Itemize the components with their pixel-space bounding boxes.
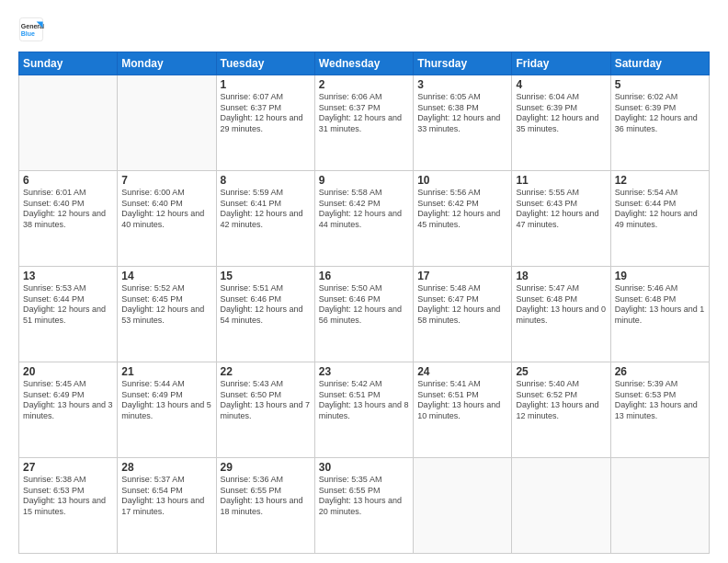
day-info: Sunrise: 5:46 AM Sunset: 6:48 PM Dayligh… bbox=[615, 283, 705, 327]
calendar-cell: 21Sunrise: 5:44 AM Sunset: 6:49 PM Dayli… bbox=[118, 362, 216, 458]
calendar-week-2: 6Sunrise: 6:01 AM Sunset: 6:40 PM Daylig… bbox=[19, 171, 710, 267]
calendar-cell: 12Sunrise: 5:54 AM Sunset: 6:44 PM Dayli… bbox=[610, 171, 709, 267]
calendar-cell bbox=[19, 75, 118, 171]
calendar-cell: 16Sunrise: 5:50 AM Sunset: 6:46 PM Dayli… bbox=[314, 267, 413, 362]
calendar-cell bbox=[118, 75, 216, 171]
calendar-cell: 15Sunrise: 5:51 AM Sunset: 6:46 PM Dayli… bbox=[216, 267, 314, 362]
logo-icon: General Blue bbox=[18, 17, 44, 42]
calendar-cell: 8Sunrise: 5:59 AM Sunset: 6:41 PM Daylig… bbox=[216, 171, 314, 267]
day-info: Sunrise: 5:47 AM Sunset: 6:48 PM Dayligh… bbox=[516, 283, 606, 327]
calendar-cell: 4Sunrise: 6:04 AM Sunset: 6:39 PM Daylig… bbox=[512, 75, 610, 171]
calendar-header-row: SundayMondayTuesdayWednesdayThursdayFrid… bbox=[19, 52, 710, 75]
calendar-cell: 20Sunrise: 5:45 AM Sunset: 6:49 PM Dayli… bbox=[19, 362, 118, 458]
day-header-tuesday: Tuesday bbox=[216, 52, 314, 75]
calendar-cell bbox=[610, 458, 709, 554]
calendar-cell: 30Sunrise: 5:35 AM Sunset: 6:55 PM Dayli… bbox=[314, 458, 413, 554]
calendar-cell: 14Sunrise: 5:52 AM Sunset: 6:45 PM Dayli… bbox=[118, 267, 216, 362]
day-info: Sunrise: 5:35 AM Sunset: 6:55 PM Dayligh… bbox=[319, 475, 409, 518]
day-number: 12 bbox=[615, 174, 705, 187]
calendar-cell: 24Sunrise: 5:41 AM Sunset: 6:51 PM Dayli… bbox=[414, 362, 512, 458]
calendar-table: SundayMondayTuesdayWednesdayThursdayFrid… bbox=[18, 52, 710, 554]
day-info: Sunrise: 5:55 AM Sunset: 6:43 PM Dayligh… bbox=[516, 188, 606, 231]
calendar-week-5: 27Sunrise: 5:38 AM Sunset: 6:53 PM Dayli… bbox=[19, 458, 710, 554]
calendar-cell: 17Sunrise: 5:48 AM Sunset: 6:47 PM Dayli… bbox=[414, 267, 512, 362]
calendar-cell bbox=[512, 458, 610, 554]
calendar-cell: 11Sunrise: 5:55 AM Sunset: 6:43 PM Dayli… bbox=[512, 171, 610, 267]
day-number: 25 bbox=[516, 365, 606, 378]
day-info: Sunrise: 5:58 AM Sunset: 6:42 PM Dayligh… bbox=[319, 188, 409, 231]
day-info: Sunrise: 6:05 AM Sunset: 6:38 PM Dayligh… bbox=[417, 92, 507, 135]
day-number: 13 bbox=[23, 270, 113, 282]
svg-text:Blue: Blue bbox=[21, 30, 35, 37]
calendar-week-4: 20Sunrise: 5:45 AM Sunset: 6:49 PM Dayli… bbox=[19, 362, 710, 458]
svg-rect-0 bbox=[19, 17, 42, 40]
calendar-cell bbox=[414, 458, 512, 554]
calendar-cell: 23Sunrise: 5:42 AM Sunset: 6:51 PM Dayli… bbox=[314, 362, 413, 458]
day-info: Sunrise: 5:41 AM Sunset: 6:51 PM Dayligh… bbox=[417, 379, 507, 422]
day-number: 18 bbox=[516, 270, 606, 282]
calendar-cell: 2Sunrise: 6:06 AM Sunset: 6:37 PM Daylig… bbox=[314, 75, 413, 171]
day-info: Sunrise: 5:54 AM Sunset: 6:44 PM Dayligh… bbox=[615, 188, 705, 231]
day-info: Sunrise: 5:59 AM Sunset: 6:41 PM Dayligh… bbox=[221, 188, 311, 231]
day-info: Sunrise: 5:37 AM Sunset: 6:54 PM Dayligh… bbox=[121, 475, 211, 518]
calendar-week-3: 13Sunrise: 5:53 AM Sunset: 6:44 PM Dayli… bbox=[19, 267, 710, 362]
day-number: 2 bbox=[319, 78, 409, 91]
day-info: Sunrise: 5:36 AM Sunset: 6:55 PM Dayligh… bbox=[221, 475, 311, 518]
day-number: 6 bbox=[23, 174, 113, 187]
day-info: Sunrise: 5:56 AM Sunset: 6:42 PM Dayligh… bbox=[417, 188, 507, 231]
day-header-friday: Friday bbox=[512, 52, 610, 75]
day-number: 9 bbox=[319, 174, 409, 187]
day-info: Sunrise: 5:38 AM Sunset: 6:53 PM Dayligh… bbox=[23, 475, 113, 518]
day-number: 28 bbox=[121, 461, 211, 474]
day-number: 16 bbox=[319, 270, 409, 282]
day-info: Sunrise: 5:42 AM Sunset: 6:51 PM Dayligh… bbox=[319, 379, 409, 422]
calendar-cell: 26Sunrise: 5:39 AM Sunset: 6:53 PM Dayli… bbox=[610, 362, 709, 458]
calendar-cell: 19Sunrise: 5:46 AM Sunset: 6:48 PM Dayli… bbox=[610, 267, 709, 362]
header: General Blue bbox=[18, 17, 710, 42]
day-number: 30 bbox=[319, 461, 409, 474]
calendar-cell: 29Sunrise: 5:36 AM Sunset: 6:55 PM Dayli… bbox=[216, 458, 314, 554]
logo: General Blue bbox=[18, 17, 44, 42]
calendar-cell: 27Sunrise: 5:38 AM Sunset: 6:53 PM Dayli… bbox=[19, 458, 118, 554]
day-number: 20 bbox=[23, 365, 113, 378]
day-info: Sunrise: 5:52 AM Sunset: 6:45 PM Dayligh… bbox=[121, 283, 211, 327]
calendar-cell: 13Sunrise: 5:53 AM Sunset: 6:44 PM Dayli… bbox=[19, 267, 118, 362]
day-number: 10 bbox=[417, 174, 507, 187]
day-number: 7 bbox=[121, 174, 211, 187]
day-header-thursday: Thursday bbox=[414, 52, 512, 75]
day-info: Sunrise: 6:01 AM Sunset: 6:40 PM Dayligh… bbox=[23, 188, 113, 231]
day-number: 29 bbox=[221, 461, 311, 474]
day-header-saturday: Saturday bbox=[610, 52, 709, 75]
day-info: Sunrise: 5:43 AM Sunset: 6:50 PM Dayligh… bbox=[221, 379, 311, 422]
day-number: 15 bbox=[221, 270, 311, 282]
day-info: Sunrise: 5:53 AM Sunset: 6:44 PM Dayligh… bbox=[23, 283, 113, 327]
page: General Blue SundayMondayTuesdayWednesda… bbox=[0, 0, 728, 563]
day-info: Sunrise: 5:51 AM Sunset: 6:46 PM Dayligh… bbox=[221, 283, 311, 327]
calendar-cell: 10Sunrise: 5:56 AM Sunset: 6:42 PM Dayli… bbox=[414, 171, 512, 267]
day-info: Sunrise: 6:00 AM Sunset: 6:40 PM Dayligh… bbox=[121, 188, 211, 231]
calendar-cell: 3Sunrise: 6:05 AM Sunset: 6:38 PM Daylig… bbox=[414, 75, 512, 171]
day-number: 4 bbox=[516, 78, 606, 91]
calendar-cell: 9Sunrise: 5:58 AM Sunset: 6:42 PM Daylig… bbox=[314, 171, 413, 267]
day-number: 19 bbox=[615, 270, 705, 282]
day-number: 23 bbox=[319, 365, 409, 378]
day-number: 11 bbox=[516, 174, 606, 187]
day-info: Sunrise: 5:48 AM Sunset: 6:47 PM Dayligh… bbox=[417, 283, 507, 327]
calendar-cell: 18Sunrise: 5:47 AM Sunset: 6:48 PM Dayli… bbox=[512, 267, 610, 362]
day-info: Sunrise: 5:40 AM Sunset: 6:52 PM Dayligh… bbox=[516, 379, 606, 422]
day-number: 17 bbox=[417, 270, 507, 282]
day-info: Sunrise: 5:50 AM Sunset: 6:46 PM Dayligh… bbox=[319, 283, 409, 327]
day-header-wednesday: Wednesday bbox=[314, 52, 413, 75]
day-number: 8 bbox=[221, 174, 311, 187]
day-number: 24 bbox=[417, 365, 507, 378]
calendar-week-1: 1Sunrise: 6:07 AM Sunset: 6:37 PM Daylig… bbox=[19, 75, 710, 171]
day-number: 14 bbox=[121, 270, 211, 282]
calendar-cell: 5Sunrise: 6:02 AM Sunset: 6:39 PM Daylig… bbox=[610, 75, 709, 171]
day-info: Sunrise: 6:06 AM Sunset: 6:37 PM Dayligh… bbox=[319, 92, 409, 135]
calendar-cell: 1Sunrise: 6:07 AM Sunset: 6:37 PM Daylig… bbox=[216, 75, 314, 171]
day-info: Sunrise: 6:07 AM Sunset: 6:37 PM Dayligh… bbox=[221, 92, 311, 135]
calendar-cell: 28Sunrise: 5:37 AM Sunset: 6:54 PM Dayli… bbox=[118, 458, 216, 554]
day-info: Sunrise: 5:39 AM Sunset: 6:53 PM Dayligh… bbox=[615, 379, 705, 422]
calendar-cell: 7Sunrise: 6:00 AM Sunset: 6:40 PM Daylig… bbox=[118, 171, 216, 267]
calendar-cell: 25Sunrise: 5:40 AM Sunset: 6:52 PM Dayli… bbox=[512, 362, 610, 458]
